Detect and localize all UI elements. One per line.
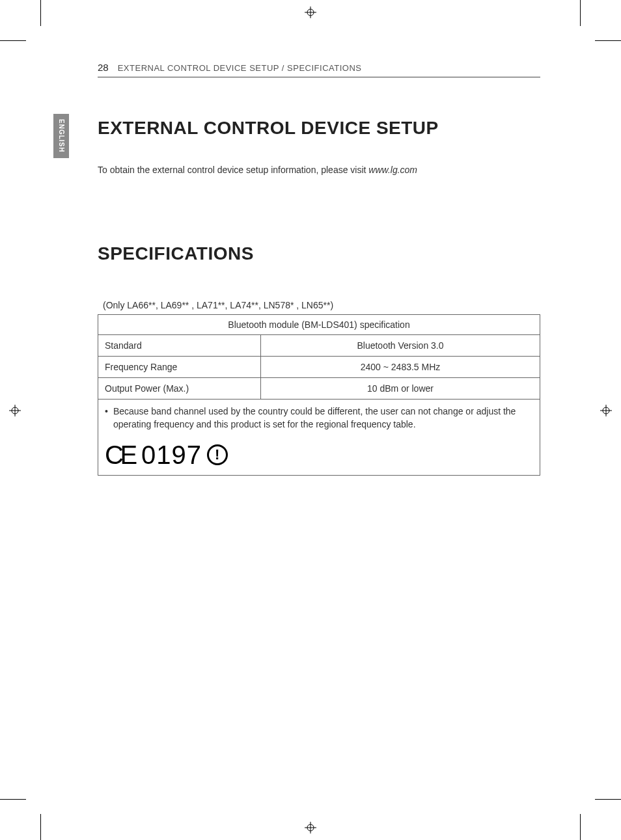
crop-mark [580,0,581,26]
crop-mark [580,814,581,840]
crop-mark [0,40,26,41]
page-content: 28 EXTERNAL CONTROL DEVICE SETUP / SPECI… [98,62,540,476]
section-title-external-control: EXTERNAL CONTROL DEVICE SETUP [98,118,540,139]
registration-mark-icon [600,405,612,416]
page-number: 28 [98,62,109,73]
registration-mark-icon [305,7,316,18]
crop-mark [0,799,26,800]
models-applicability-note: (Only LA66**, LA69** , LA71**, LA74**, L… [103,300,540,310]
table-row: Standard Bluetooth Version 3.0 [98,335,540,357]
crop-mark [40,0,41,26]
running-head-text: EXTERNAL CONTROL DEVICE SETUP / SPECIFIC… [118,63,362,73]
intro-paragraph: To obtain the external control device se… [98,165,540,175]
ce-certification-mark: C E 0197 ! [105,440,533,470]
table-caption: Bluetooth module (BM-LDS401) specificati… [98,315,540,335]
table-row: Output Power (Max.) 10 dBm or lower [98,378,540,400]
spec-value: 2400 ~ 2483.5 MHz [261,357,540,378]
spec-value: 10 dBm or lower [261,378,540,400]
ce-number: 0197 [141,440,202,470]
registration-mark-icon [9,405,21,416]
bluetooth-spec-table: Bluetooth module (BM-LDS401) specificati… [98,314,540,476]
frequency-note-text: Because band channel used by the country… [113,405,533,431]
language-tab: ENGLISH [53,114,69,158]
intro-text: To obtain the external control device se… [98,165,368,175]
table-note-row: • Because band channel used by the count… [98,400,540,476]
alert-circle-icon: ! [207,444,228,465]
crop-mark [595,40,621,41]
spec-label: Frequency Range [98,357,261,378]
table-row: Frequency Range 2400 ~ 2483.5 MHz [98,357,540,378]
crop-mark [40,814,41,840]
running-header: 28 EXTERNAL CONTROL DEVICE SETUP / SPECI… [98,62,540,77]
spec-label: Standard [98,335,261,357]
spec-label: Output Power (Max.) [98,378,261,400]
spec-value: Bluetooth Version 3.0 [261,335,540,357]
section-title-specifications: SPECIFICATIONS [98,243,540,264]
crop-mark [595,799,621,800]
ce-mark-icon: C E [105,440,135,470]
bullet-icon: • [105,405,108,431]
intro-url: www.lg.com [368,165,417,175]
registration-mark-icon [305,822,316,833]
